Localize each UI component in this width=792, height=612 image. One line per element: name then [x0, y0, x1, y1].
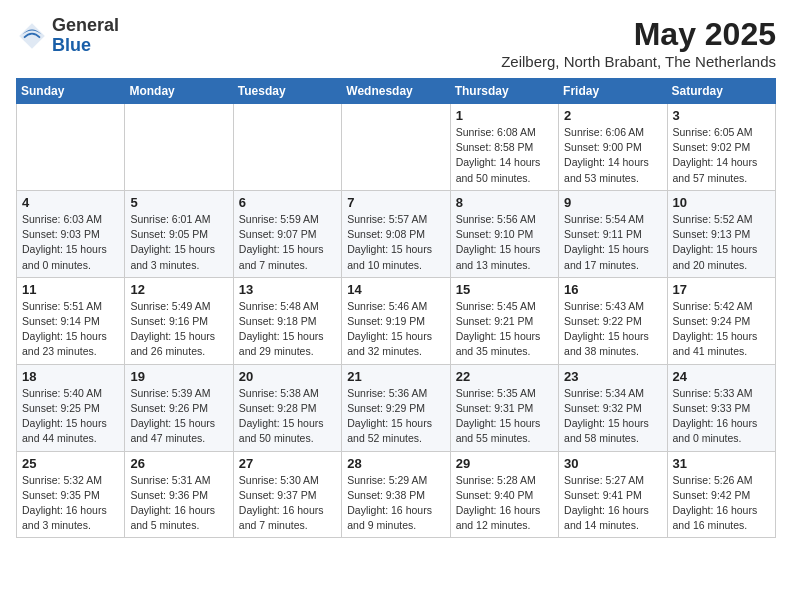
logo-text: General Blue: [52, 16, 119, 56]
day-info: Sunrise: 5:29 AM Sunset: 9:38 PM Dayligh…: [347, 473, 444, 534]
day-info: Sunrise: 5:27 AM Sunset: 9:41 PM Dayligh…: [564, 473, 661, 534]
day-number: 17: [673, 282, 770, 297]
day-info: Sunrise: 5:35 AM Sunset: 9:31 PM Dayligh…: [456, 386, 553, 447]
day-info: Sunrise: 5:59 AM Sunset: 9:07 PM Dayligh…: [239, 212, 336, 273]
calendar-cell: 19Sunrise: 5:39 AM Sunset: 9:26 PM Dayli…: [125, 364, 233, 451]
day-info: Sunrise: 5:56 AM Sunset: 9:10 PM Dayligh…: [456, 212, 553, 273]
calendar-cell: 7Sunrise: 5:57 AM Sunset: 9:08 PM Daylig…: [342, 190, 450, 277]
day-number: 28: [347, 456, 444, 471]
calendar-cell: 1Sunrise: 6:08 AM Sunset: 8:58 PM Daylig…: [450, 104, 558, 191]
calendar-cell: 25Sunrise: 5:32 AM Sunset: 9:35 PM Dayli…: [17, 451, 125, 538]
day-number: 10: [673, 195, 770, 210]
day-of-week-header: Tuesday: [233, 79, 341, 104]
day-info: Sunrise: 5:38 AM Sunset: 9:28 PM Dayligh…: [239, 386, 336, 447]
day-of-week-header: Wednesday: [342, 79, 450, 104]
day-info: Sunrise: 6:03 AM Sunset: 9:03 PM Dayligh…: [22, 212, 119, 273]
day-info: Sunrise: 5:28 AM Sunset: 9:40 PM Dayligh…: [456, 473, 553, 534]
calendar-cell: 16Sunrise: 5:43 AM Sunset: 9:22 PM Dayli…: [559, 277, 667, 364]
day-info: Sunrise: 5:45 AM Sunset: 9:21 PM Dayligh…: [456, 299, 553, 360]
day-info: Sunrise: 5:33 AM Sunset: 9:33 PM Dayligh…: [673, 386, 770, 447]
calendar-cell: [233, 104, 341, 191]
calendar-cell: 23Sunrise: 5:34 AM Sunset: 9:32 PM Dayli…: [559, 364, 667, 451]
calendar-cell: 22Sunrise: 5:35 AM Sunset: 9:31 PM Dayli…: [450, 364, 558, 451]
calendar-cell: 9Sunrise: 5:54 AM Sunset: 9:11 PM Daylig…: [559, 190, 667, 277]
header-row: SundayMondayTuesdayWednesdayThursdayFrid…: [17, 79, 776, 104]
calendar-cell: 10Sunrise: 5:52 AM Sunset: 9:13 PM Dayli…: [667, 190, 775, 277]
day-info: Sunrise: 5:30 AM Sunset: 9:37 PM Dayligh…: [239, 473, 336, 534]
day-info: Sunrise: 6:06 AM Sunset: 9:00 PM Dayligh…: [564, 125, 661, 186]
day-number: 5: [130, 195, 227, 210]
day-info: Sunrise: 5:54 AM Sunset: 9:11 PM Dayligh…: [564, 212, 661, 273]
day-info: Sunrise: 6:08 AM Sunset: 8:58 PM Dayligh…: [456, 125, 553, 186]
day-number: 22: [456, 369, 553, 384]
day-info: Sunrise: 5:51 AM Sunset: 9:14 PM Dayligh…: [22, 299, 119, 360]
day-number: 16: [564, 282, 661, 297]
calendar-week-row: 25Sunrise: 5:32 AM Sunset: 9:35 PM Dayli…: [17, 451, 776, 538]
day-of-week-header: Monday: [125, 79, 233, 104]
day-number: 19: [130, 369, 227, 384]
day-number: 31: [673, 456, 770, 471]
day-info: Sunrise: 6:01 AM Sunset: 9:05 PM Dayligh…: [130, 212, 227, 273]
logo: General Blue: [16, 16, 119, 56]
day-info: Sunrise: 5:57 AM Sunset: 9:08 PM Dayligh…: [347, 212, 444, 273]
day-number: 25: [22, 456, 119, 471]
day-info: Sunrise: 5:26 AM Sunset: 9:42 PM Dayligh…: [673, 473, 770, 534]
day-number: 11: [22, 282, 119, 297]
day-number: 1: [456, 108, 553, 123]
day-info: Sunrise: 5:36 AM Sunset: 9:29 PM Dayligh…: [347, 386, 444, 447]
day-info: Sunrise: 5:34 AM Sunset: 9:32 PM Dayligh…: [564, 386, 661, 447]
calendar-week-row: 18Sunrise: 5:40 AM Sunset: 9:25 PM Dayli…: [17, 364, 776, 451]
svg-marker-0: [19, 23, 45, 49]
day-info: Sunrise: 5:39 AM Sunset: 9:26 PM Dayligh…: [130, 386, 227, 447]
calendar-week-row: 1Sunrise: 6:08 AM Sunset: 8:58 PM Daylig…: [17, 104, 776, 191]
day-info: Sunrise: 5:42 AM Sunset: 9:24 PM Dayligh…: [673, 299, 770, 360]
calendar-table: SundayMondayTuesdayWednesdayThursdayFrid…: [16, 78, 776, 538]
day-number: 29: [456, 456, 553, 471]
day-of-week-header: Thursday: [450, 79, 558, 104]
calendar-week-row: 11Sunrise: 5:51 AM Sunset: 9:14 PM Dayli…: [17, 277, 776, 364]
day-number: 2: [564, 108, 661, 123]
calendar-cell: 30Sunrise: 5:27 AM Sunset: 9:41 PM Dayli…: [559, 451, 667, 538]
calendar-cell: 18Sunrise: 5:40 AM Sunset: 9:25 PM Dayli…: [17, 364, 125, 451]
day-number: 4: [22, 195, 119, 210]
calendar-cell: 24Sunrise: 5:33 AM Sunset: 9:33 PM Dayli…: [667, 364, 775, 451]
calendar-cell: 20Sunrise: 5:38 AM Sunset: 9:28 PM Dayli…: [233, 364, 341, 451]
day-number: 3: [673, 108, 770, 123]
calendar-cell: [342, 104, 450, 191]
calendar-cell: 15Sunrise: 5:45 AM Sunset: 9:21 PM Dayli…: [450, 277, 558, 364]
day-number: 9: [564, 195, 661, 210]
calendar-cell: 4Sunrise: 6:03 AM Sunset: 9:03 PM Daylig…: [17, 190, 125, 277]
day-info: Sunrise: 5:43 AM Sunset: 9:22 PM Dayligh…: [564, 299, 661, 360]
calendar-cell: [17, 104, 125, 191]
calendar-week-row: 4Sunrise: 6:03 AM Sunset: 9:03 PM Daylig…: [17, 190, 776, 277]
day-info: Sunrise: 5:49 AM Sunset: 9:16 PM Dayligh…: [130, 299, 227, 360]
calendar-cell: 21Sunrise: 5:36 AM Sunset: 9:29 PM Dayli…: [342, 364, 450, 451]
calendar-cell: 12Sunrise: 5:49 AM Sunset: 9:16 PM Dayli…: [125, 277, 233, 364]
day-info: Sunrise: 5:40 AM Sunset: 9:25 PM Dayligh…: [22, 386, 119, 447]
day-of-week-header: Friday: [559, 79, 667, 104]
calendar-cell: 8Sunrise: 5:56 AM Sunset: 9:10 PM Daylig…: [450, 190, 558, 277]
calendar-body: 1Sunrise: 6:08 AM Sunset: 8:58 PM Daylig…: [17, 104, 776, 538]
day-number: 14: [347, 282, 444, 297]
day-number: 6: [239, 195, 336, 210]
calendar-cell: 11Sunrise: 5:51 AM Sunset: 9:14 PM Dayli…: [17, 277, 125, 364]
logo-blue-text: Blue: [52, 36, 119, 56]
calendar-cell: 14Sunrise: 5:46 AM Sunset: 9:19 PM Dayli…: [342, 277, 450, 364]
day-number: 8: [456, 195, 553, 210]
page-header: General Blue May 2025 Zeilberg, North Br…: [16, 16, 776, 70]
day-number: 15: [456, 282, 553, 297]
day-number: 7: [347, 195, 444, 210]
calendar-header: SundayMondayTuesdayWednesdayThursdayFrid…: [17, 79, 776, 104]
day-number: 20: [239, 369, 336, 384]
day-number: 23: [564, 369, 661, 384]
logo-general-text: General: [52, 16, 119, 36]
day-number: 21: [347, 369, 444, 384]
day-number: 18: [22, 369, 119, 384]
day-info: Sunrise: 5:32 AM Sunset: 9:35 PM Dayligh…: [22, 473, 119, 534]
month-title: May 2025: [501, 16, 776, 53]
day-number: 12: [130, 282, 227, 297]
calendar-cell: 26Sunrise: 5:31 AM Sunset: 9:36 PM Dayli…: [125, 451, 233, 538]
day-number: 27: [239, 456, 336, 471]
location-text: Zeilberg, North Brabant, The Netherlands: [501, 53, 776, 70]
day-number: 13: [239, 282, 336, 297]
